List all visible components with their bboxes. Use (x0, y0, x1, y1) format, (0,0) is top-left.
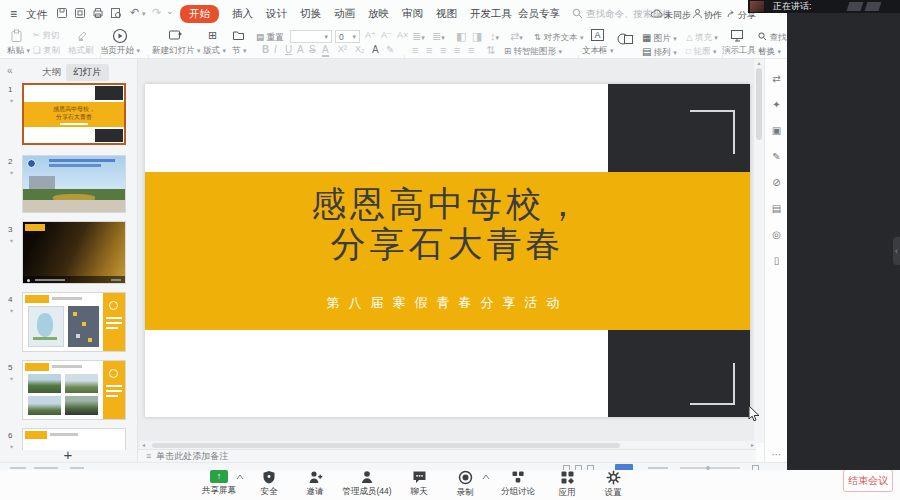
subscript-button[interactable]: X₂ (355, 44, 365, 54)
chat-button[interactable]: 聊天 (396, 470, 442, 498)
tab-devtools[interactable]: 开发工具 (470, 7, 512, 21)
align-left-icon[interactable]: ≡ (412, 44, 418, 56)
image-grid-pane-icon[interactable]: ▤ (765, 203, 788, 214)
textbox-button[interactable]: 文本框 ▾ (582, 45, 613, 57)
redo-icon[interactable]: ↷ (152, 6, 161, 19)
layout-button[interactable]: 版式 ▾ (203, 45, 226, 57)
scroll-right-icon[interactable]: ▸ (751, 441, 754, 448)
collaborate-label[interactable]: 协作 (704, 9, 722, 22)
play-from-current-icon[interactable] (112, 28, 128, 44)
main-menu-icon[interactable]: ≡ (10, 7, 17, 21)
spacing-icon[interactable]: ⇅ (486, 44, 495, 57)
play-from-current-button[interactable]: 当页开始 ▾ (100, 45, 140, 57)
slide-thumbnail-5[interactable] (22, 360, 126, 420)
layers-pane-icon[interactable]: ▣ (765, 125, 788, 136)
share-icon[interactable] (726, 8, 737, 19)
section-icon[interactable] (232, 30, 245, 41)
slide-thumbnail-1[interactable]: 感恩高中母校， 分享石大青春 (22, 83, 126, 145)
slide-editor[interactable]: 感恩高中母校， 分享石大青春 第八届寒假青春分享活动 (145, 84, 750, 417)
share-screen-chevron-icon[interactable] (236, 474, 244, 480)
tab-slideshow[interactable]: 放映 (368, 7, 389, 21)
justify-icon[interactable]: ≡ (454, 44, 460, 56)
replace-button[interactable]: 替换 ▾ (758, 46, 781, 58)
slide-subtitle[interactable]: 第八届寒假青春分享活动 (145, 294, 750, 312)
save-icon[interactable] (56, 7, 68, 19)
cut-button[interactable]: ✂ 剪切 (33, 30, 60, 42)
text-effect-icon[interactable]: A (372, 44, 379, 55)
panel-collapse-handle[interactable]: ‹ (893, 237, 900, 265)
apps-button[interactable]: 应用 (544, 470, 590, 499)
target-pane-icon[interactable]: ◎ (765, 229, 788, 240)
clear-format-icon[interactable]: A× (397, 30, 408, 40)
slide-title-line1[interactable]: 感恩高中母校， (145, 184, 750, 226)
slash-circle-pane-icon[interactable]: ⊘ (765, 177, 788, 188)
manage-members-button[interactable]: 管理成员(44) (338, 470, 396, 498)
to-smartart-button[interactable]: ⊞ 转智能图形 ▾ (504, 46, 562, 58)
fill-button[interactable]: △ 填充 ▾ (686, 32, 718, 44)
record-chevron-icon[interactable] (482, 474, 490, 480)
tab-outline[interactable]: 大纲 (42, 66, 61, 79)
more-panes-icon[interactable]: ⋯ (765, 449, 788, 460)
tab-review[interactable]: 审阅 (402, 7, 423, 21)
export-icon[interactable] (74, 7, 86, 19)
line-spacing-icon[interactable]: ↕▾ (490, 30, 499, 42)
font-color-icon[interactable]: A (322, 44, 329, 57)
slide-thumbnail-4[interactable] (22, 292, 126, 352)
font-name-select[interactable]: ▾ (290, 30, 332, 43)
underline-button[interactable]: U (285, 44, 292, 55)
italic-button[interactable]: I (274, 44, 277, 55)
print-icon[interactable] (92, 7, 104, 19)
slide-thumbnail-3[interactable] (22, 221, 126, 284)
vertical-scrollbar[interactable]: ▴ (754, 59, 764, 443)
format-painter-button[interactable]: 格式刷 (68, 45, 94, 57)
slide-yellow-band[interactable]: 感恩高中母校， 分享石大青春 第八届寒假青春分享活动 (145, 172, 750, 330)
more-commands-icon[interactable]: ⌄ (166, 6, 174, 16)
paste-icon[interactable] (10, 29, 24, 43)
text-direction-icon[interactable]: ⇄▾ (510, 30, 523, 43)
sparkle-beautify-icon[interactable]: ✦ (765, 99, 788, 110)
increase-indent-icon[interactable]: ◨ (472, 30, 482, 43)
arrange-button[interactable]: ▤ 排列 ▾ (642, 46, 677, 59)
vertical-scroll-thumb[interactable] (756, 68, 762, 140)
file-menu[interactable]: 文件 (26, 8, 47, 22)
tab-membership[interactable]: 会员专享 (518, 7, 560, 21)
section-button[interactable]: 节 ▾ (232, 45, 246, 57)
zoom-slider[interactable] (680, 467, 740, 469)
scroll-up-icon[interactable]: ▴ (754, 59, 764, 66)
tab-slides[interactable]: 幻灯片 (66, 64, 109, 81)
presentation-tools-button[interactable]: 演示工具 ▾ (722, 45, 762, 57)
arrows-pane-icon[interactable]: ⇄ (765, 73, 788, 84)
format-painter-icon[interactable] (76, 29, 89, 42)
align-text-button[interactable]: ⇅ 对齐文本 ▾ (534, 32, 583, 44)
end-meeting-button[interactable]: 结束会议 (843, 469, 893, 492)
slide-title-line2[interactable]: 分享石大青春 (145, 224, 750, 266)
tab-transition[interactable]: 切换 (300, 7, 321, 21)
invite-button[interactable]: 邀请 (292, 470, 338, 498)
horizontal-scroll-thumb[interactable] (152, 443, 620, 448)
notes-placeholder[interactable]: 单击此处添加备注 (156, 450, 228, 463)
tab-insert[interactable]: 插入 (232, 7, 253, 21)
character-border-button[interactable]: A (297, 44, 304, 55)
collaborate-icon[interactable] (692, 8, 703, 19)
tab-animation[interactable]: 动画 (334, 7, 355, 21)
sync-status-label[interactable]: 未同步 (664, 9, 691, 22)
slide-dark-block-top[interactable] (608, 84, 750, 172)
book-pane-icon[interactable]: ▯ (765, 255, 788, 266)
outline-button[interactable]: □ 轮廓 ▾ (686, 46, 716, 58)
layout-icon[interactable]: ⊞ (208, 29, 217, 42)
align-right-icon[interactable]: ≡ (440, 44, 446, 56)
font-size-select[interactable]: 0▾ (335, 30, 360, 43)
paste-button[interactable]: 粘贴 ▾ (7, 45, 30, 57)
copy-button[interactable]: ❏ 复制 (33, 45, 60, 57)
textbox-icon[interactable]: A (590, 28, 605, 42)
align-center-icon[interactable]: ≡ (426, 44, 432, 56)
decrease-font-icon[interactable]: A⁻ (381, 30, 392, 40)
breakout-button[interactable]: 分组讨论 (492, 470, 544, 498)
collapse-panel-icon[interactable]: « (7, 65, 13, 76)
increase-font-icon[interactable]: A⁺ (365, 30, 376, 40)
slide-thumbnail-2[interactable] (22, 155, 126, 213)
decrease-indent-icon[interactable]: ◧ (456, 30, 466, 43)
cloud-sync-icon[interactable] (650, 8, 663, 19)
distribute-icon[interactable]: ≡ (468, 44, 474, 56)
print-preview-icon[interactable] (110, 7, 122, 19)
